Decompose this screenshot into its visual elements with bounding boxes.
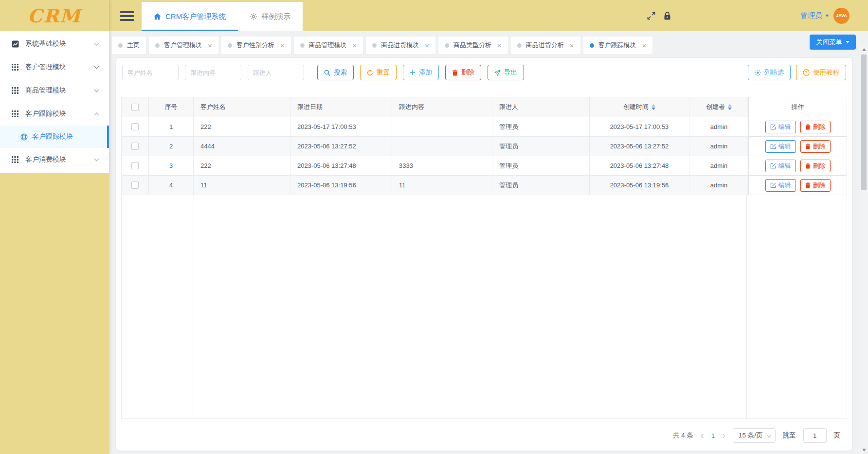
cell-follow-content — [392, 137, 492, 156]
grid-icon — [12, 110, 20, 117]
customer-name-input[interactable] — [122, 65, 179, 80]
row-delete-button[interactable]: 删除 — [800, 160, 831, 172]
header-customer-name: 客户姓名 — [194, 97, 290, 117]
header-created-time[interactable]: 创建时间 — [590, 97, 689, 117]
cell-follow-date: 2023-05-06 13:27:52 — [290, 137, 392, 156]
page-number-1[interactable]: 1 — [711, 432, 715, 439]
chevron-down-icon — [94, 157, 99, 162]
select-all-checkbox[interactable] — [131, 104, 139, 111]
close-icon[interactable]: × — [353, 42, 357, 49]
table-row: 2 4444 2023-05-06 13:27:52 管理员 2023-05-0… — [121, 137, 847, 156]
tab-product-management[interactable]: 商品管理模块 × — [294, 36, 363, 54]
page-size-select[interactable]: 15 条/页 — [733, 428, 776, 443]
username-label: 管理员 — [800, 11, 822, 20]
globe-icon — [20, 133, 28, 141]
menu-toggle-button[interactable] — [120, 11, 134, 23]
sidebar-item-product-management[interactable]: 商品管理模块 — [0, 79, 109, 102]
jump-page-input[interactable] — [803, 428, 827, 443]
topnav-tab-label: CRM客户管理系统 — [165, 12, 226, 21]
tab-label: 客户性别分析 — [236, 41, 274, 50]
topnav: CRM客户管理系统 样例演示 — [142, 2, 303, 31]
scroll-down-button[interactable] — [860, 446, 868, 454]
fullscreen-icon[interactable] — [647, 11, 656, 20]
row-delete-button[interactable]: 删除 — [800, 121, 831, 133]
row-checkbox[interactable] — [131, 143, 139, 150]
table-row: 3 222 2023-05-06 13:27:48 3333 管理员 2023-… — [121, 156, 847, 176]
sort-icons[interactable] — [651, 104, 655, 110]
scroll-up-button[interactable] — [860, 45, 868, 54]
page-tabbar: 主页 客户管理模块 × 客户性别分析 × 商品管理模块 × 商品进货模块 × 商… — [109, 31, 860, 54]
row-checkbox[interactable] — [131, 182, 139, 189]
row-delete-button[interactable]: 删除 — [800, 179, 831, 192]
edit-button[interactable]: 编辑 — [765, 121, 796, 133]
sidebar-item-customer-management[interactable]: 客户管理模块 — [0, 55, 109, 79]
row-checkbox[interactable] — [131, 123, 139, 130]
avatar[interactable]: JAVA — [833, 8, 850, 24]
cell-follow-date: 2023-05-06 13:27:48 — [290, 156, 392, 175]
follow-content-input[interactable] — [185, 65, 241, 80]
sort-icons[interactable] — [728, 104, 732, 110]
cell-created-time: 2023-05-17 17:00:53 — [590, 117, 689, 136]
tab-product-purchase-analysis[interactable]: 商品进货分析 × — [511, 36, 580, 54]
sidebar-item-customer-consumption[interactable]: 客户消费模块 — [0, 148, 109, 171]
edit-button[interactable]: 编辑 — [765, 160, 796, 172]
edit-button[interactable]: 编辑 — [765, 179, 796, 192]
edit-button[interactable]: 编辑 — [765, 140, 796, 153]
search-button[interactable]: 搜索 — [317, 65, 354, 80]
topnav-tab-demo[interactable]: 样例演示 — [238, 2, 303, 31]
reset-button[interactable]: 重置 — [360, 65, 397, 80]
sidebar-item-customer-tracking[interactable]: 客户跟踪模块 — [0, 102, 109, 126]
tab-label: 商品进货分析 — [526, 41, 564, 50]
sidebar-item-system-base[interactable]: 系统基础模块 — [0, 32, 109, 55]
header-creator[interactable]: 创建者 — [689, 97, 749, 117]
sidebar-item-label: 客户消费模块 — [25, 155, 95, 164]
row-checkbox[interactable] — [131, 162, 139, 169]
close-icon[interactable]: × — [570, 42, 574, 49]
demo-sun-icon — [250, 13, 257, 20]
close-icon[interactable]: × — [497, 42, 502, 49]
follow-person-input[interactable] — [248, 65, 304, 80]
tab-product-type-analysis[interactable]: 商品类型分析 × — [438, 36, 508, 54]
close-menu-button[interactable]: 关闭菜单 — [810, 35, 856, 50]
tutorial-button[interactable]: ? 使用教程 — [796, 65, 846, 80]
trash-icon — [805, 182, 811, 188]
prev-page-button[interactable]: ‹ — [701, 430, 704, 441]
row-checkbox-cell — [122, 117, 149, 136]
send-icon — [494, 70, 501, 76]
row-checkbox-cell — [122, 176, 149, 195]
delete-button-label: 删除 — [461, 68, 474, 77]
cell-operations: 编辑 删除 — [749, 137, 847, 156]
caret-down-icon — [846, 41, 850, 43]
cell-follow-content: 11 — [392, 176, 492, 195]
page-scrollbar[interactable] — [860, 45, 868, 454]
close-icon[interactable]: × — [208, 42, 212, 49]
cell-customer-name: 222 — [194, 156, 290, 175]
topnav-tab-home[interactable]: CRM客户管理系统 — [142, 2, 238, 31]
lock-icon[interactable] — [663, 11, 671, 20]
delete-button[interactable]: 删除 — [445, 65, 481, 80]
cell-customer-name: 11 — [194, 176, 290, 195]
scrollbar-thumb[interactable] — [861, 54, 867, 190]
tab-customer-gender-analysis[interactable]: 客户性别分析 × — [221, 36, 291, 54]
next-page-button[interactable]: › — [722, 430, 725, 441]
export-button[interactable]: 导出 — [488, 65, 524, 80]
refresh-icon — [367, 70, 373, 76]
tab-customer-tracking[interactable]: 客户跟踪模块 × — [583, 36, 653, 54]
tab-dot-icon — [445, 43, 449, 48]
user-dropdown[interactable]: 管理员 — [800, 11, 829, 20]
sidebar-item-label: 客户跟踪模块 — [25, 109, 95, 118]
row-delete-button[interactable]: 删除 — [800, 140, 831, 153]
home-icon — [154, 13, 161, 20]
add-button[interactable]: 添加 — [403, 65, 439, 80]
row-checkbox-cell — [122, 156, 149, 175]
tab-customer-management[interactable]: 客户管理模块 × — [149, 36, 218, 54]
sidebar-subitem-customer-tracking[interactable]: 客户跟踪模块 — [0, 126, 109, 148]
tab-product-purchase[interactable]: 商品进货模块 × — [366, 36, 435, 54]
cell-follow-date: 2023-05-06 13:19:56 — [290, 176, 392, 195]
close-icon[interactable]: × — [642, 42, 647, 49]
tab-home[interactable]: 主页 — [112, 36, 146, 54]
close-icon[interactable]: × — [425, 42, 429, 49]
fixed-right-divider — [746, 195, 747, 418]
close-icon[interactable]: × — [280, 42, 285, 49]
column-filter-button[interactable]: 列筛选 — [748, 65, 791, 80]
